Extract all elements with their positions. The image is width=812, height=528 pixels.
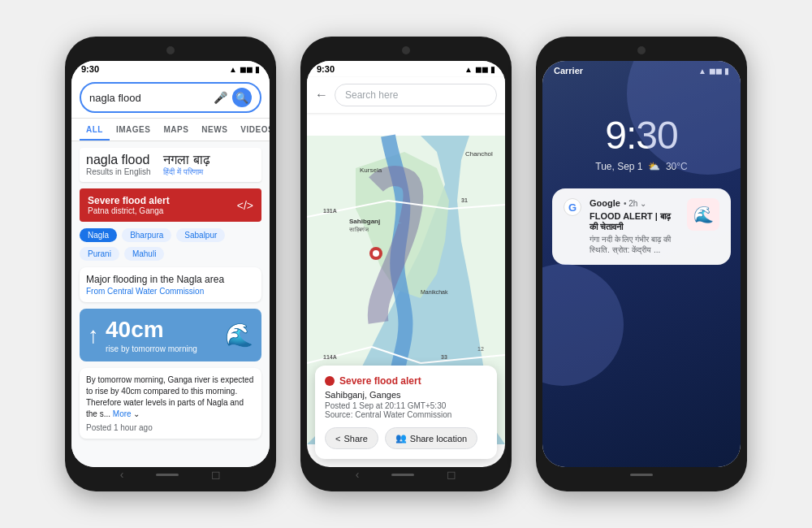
search-button[interactable]: 🔍 [232,88,252,107]
tab-news[interactable]: NEWS [195,119,234,141]
notification-content: Google • 2h ⌄ FLOOD ALERT | बाढ़ की चेता… [590,198,679,255]
notif-body: गंगा नदी के लिए गंभीर बाढ़ की स्थिति. स्… [590,234,679,255]
rise-subtitle: rise by tomorrow morning [106,344,197,353]
suggestion-1-sub: Results in English [86,167,150,176]
share-label: Share [343,434,367,444]
nav-recents-2[interactable]: ◻ [447,468,456,481]
svg-text:31: 31 [461,197,468,203]
flood-desc-card: By tomorrow morning, Ganga river is expe… [80,368,261,439]
svg-text:114A: 114A [323,354,337,360]
rise-amount: 40cm [106,317,197,343]
signal-icon-2: ◼◼ [475,65,488,74]
chip-sabalpur[interactable]: Sabalpur [176,228,225,242]
map-back-button[interactable]: ← [315,88,328,102]
posted-time: Posted 1 hour ago [86,423,255,432]
search-query: nagla flood [89,92,209,104]
nav-recents-1[interactable]: ◻ [211,468,221,481]
notif-header: Google • 2h ⌄ [590,198,679,208]
flood-popup: Severe flood alert Sahibganj, Ganges Pos… [315,366,497,459]
popup-location: Sahibganj, Ganges [325,390,487,400]
nav-bar-3 [542,467,741,482]
suggestion-2-sub: हिंदी में परिणाम [163,167,209,177]
svg-text:131A: 131A [323,208,337,214]
camera-1 [166,46,175,54]
google-icon: G [564,198,581,216]
suggestion-2: नगला बाढ़ हिंदी में परिणाम [163,153,209,177]
nav-bar-1: ‹ ◻ [71,467,270,482]
popup-posted: Posted 1 Sep at 20:11 GMT+5:30 [325,401,487,410]
tab-all[interactable]: ALL [80,119,110,141]
signal-icon-1: ◼◼ [240,65,253,74]
chip-purani[interactable]: Purani [80,247,119,261]
status-icons-1: ▲ ◼◼ ▮ [229,65,260,74]
share-location-label: Share location [410,434,467,444]
map-area[interactable]: 131A 31 33 114A 12 Chanchol Kursela Sahi… [307,113,505,467]
phone-1: 9:30 ▲ ◼◼ ▮ nagla flood 🎤 🔍 ALL IMAGES M… [65,37,276,491]
share-icon[interactable]: </> [237,199,253,212]
map-search-placeholder: Search here [345,89,398,101]
search-tabs: ALL IMAGES MAPS NEWS VIDEOS [71,119,270,141]
share-button[interactable]: < Share [325,427,378,449]
alert-location: Patna district, Ganga [88,206,170,215]
svg-text:साहिबगंज: साहिबगंज [348,226,369,232]
status-bar-2: 9:30 ▲ ◼◼ ▮ [307,61,505,77]
flood-description: By tomorrow morning, Ganga river is expe… [86,374,255,420]
search-icon: 🔍 [235,92,248,104]
screen-2: 9:30 ▲ ◼◼ ▮ ← Search here [307,61,505,467]
tab-videos[interactable]: VIDEOS [234,119,270,141]
more-link[interactable]: More [113,409,132,418]
popup-actions: < Share 👥 Share location [325,427,487,449]
share-location-button[interactable]: 👥 Share location [385,427,477,449]
search-content: nagla flood Results in English नगला बाढ़… [71,141,270,467]
chip-bharpura[interactable]: Bharpura [122,228,171,242]
svg-text:12: 12 [477,346,484,352]
nav-back-2[interactable]: ‹ [356,468,360,481]
bg-circle-2 [542,264,624,386]
notif-title: FLOOD ALERT | बाढ़ की चेतावनी [590,211,679,232]
phone-2: 9:30 ▲ ◼◼ ▮ ← Search here [300,37,512,491]
alert-title: Severe flood alert [88,195,170,206]
flood-alert-icon: 🌊 [687,198,719,231]
search-bar-container: nagla flood 🎤 🔍 [71,77,270,119]
wifi-icon-1: ▲ [229,65,237,74]
flood-source: From Central Water Commission [86,287,255,296]
search-bar[interactable]: nagla flood 🎤 🔍 [80,82,261,113]
alert-text: Severe flood alert Patna district, Ganga [88,195,170,215]
mic-icon[interactable]: 🎤 [214,91,227,104]
phone-3: Carrier ▲ ◼◼ ▮ 9:30 Tue, Sep 1 ⛅ 30°C G [536,37,747,491]
status-bar-1: 9:30 ▲ ◼◼ ▮ [71,61,270,77]
lock-screen: Carrier ▲ ◼◼ ▮ 9:30 Tue, Sep 1 ⛅ 30°C G [542,61,741,467]
nav-home-3[interactable] [630,474,653,476]
svg-text:Chanchol: Chanchol [465,150,493,158]
rise-left: ↑ 40cm rise by tomorrow morning [88,317,197,353]
wifi-icon-2: ▲ [464,65,473,74]
notification-card[interactable]: G Google • 2h ⌄ FLOOD ALERT | बाढ़ की चे… [552,188,731,265]
nav-back-1[interactable]: ‹ [120,468,124,481]
suggestions-row: nagla flood Results in English नगला बाढ़… [80,148,261,182]
nav-home-2[interactable] [391,474,414,476]
rise-arrow-icon: ↑ [88,322,99,348]
suggestion-2-main: नगला बाढ़ [163,153,209,167]
status-icons-2: ▲ ◼◼ ▮ [464,65,495,74]
popup-title: Severe flood alert [339,375,421,387]
flood-title: Major flooding in the Nagla area [86,274,255,285]
chip-mahuli[interactable]: Mahuli [124,247,164,261]
popup-alert-dot [325,376,335,386]
svg-text:Sahibganj: Sahibganj [349,218,380,225]
carrier-label: Carrier [554,66,583,76]
alert-banner: Severe flood alert Patna district, Ganga… [80,188,261,222]
chip-nagla[interactable]: Nagla [80,228,117,242]
rise-info: 40cm rise by tomorrow morning [106,317,197,353]
svg-text:Manikchak: Manikchak [421,289,448,295]
svg-text:Kursela: Kursela [360,167,382,174]
flood-wave-icon: 🌊 [225,322,253,348]
tab-images[interactable]: IMAGES [110,119,157,141]
screen-3: Carrier ▲ ◼◼ ▮ 9:30 Tue, Sep 1 ⛅ 30°C G [542,61,741,467]
svg-text:33: 33 [441,354,447,360]
svg-point-22 [373,250,379,257]
map-search-bar[interactable]: Search here [335,84,497,106]
popup-source: Source: Central Water Commission [325,410,487,419]
status-time-1: 9:30 [81,64,99,74]
nav-home-1[interactable] [156,474,179,476]
tab-maps[interactable]: MAPS [157,119,195,141]
